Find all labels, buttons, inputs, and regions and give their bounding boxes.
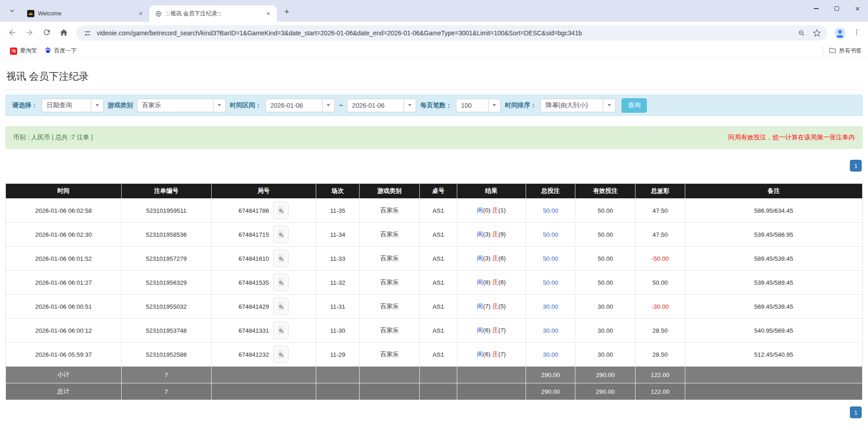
tab-close-icon[interactable]: ×: [137, 10, 145, 18]
tab-close-icon[interactable]: ×: [264, 10, 272, 18]
result-player-score: (6): [483, 351, 492, 358]
bookmark-star-icon[interactable]: [811, 27, 823, 39]
window-close-button[interactable]: ✕: [847, 0, 868, 17]
query-mode-select[interactable]: 日期查询: [42, 99, 104, 112]
total-bet-link[interactable]: 50.00: [543, 207, 558, 214]
search-button[interactable]: 查询: [621, 98, 647, 113]
cell-payout: 122.00: [636, 367, 685, 383]
address-bar[interactable]: videoie.com/game/betrecord_search/kind3?…: [76, 25, 827, 41]
tab-welcome[interactable]: Welcome ×: [22, 5, 149, 22]
cell-remark: [685, 383, 862, 400]
tab-title: :::视讯 会员下注纪录:::: [166, 10, 261, 18]
sort-value: 降幂(由大到小): [541, 101, 603, 110]
zoom-out-icon[interactable]: [796, 27, 807, 39]
video-replay-button[interactable]: [273, 322, 289, 339]
window-controls: ✕: [806, 0, 868, 17]
total-bet-link[interactable]: 50.00: [543, 255, 558, 262]
sort-label: 时间排序：: [505, 101, 536, 110]
pagination-bottom: 1: [5, 406, 862, 418]
cell-remark: 540.95/569.45: [685, 319, 862, 343]
window-maximize-button[interactable]: [826, 0, 847, 17]
url-text[interactable]: videoie.com/game/betrecord_search/kind3?…: [97, 29, 792, 37]
result-banker-label: 庄: [492, 255, 498, 262]
total-bet-link[interactable]: 30.00: [543, 303, 558, 310]
bookmarks-bar: 淘 爱淘宝 百度一下 所有书签: [0, 44, 868, 58]
bookmark-baidu[interactable]: 百度一下: [41, 45, 81, 57]
browser-menu-button[interactable]: [850, 26, 863, 40]
video-replay-button[interactable]: [273, 202, 289, 219]
cell-session: 11-34: [316, 223, 360, 247]
per-page-select[interactable]: 100: [456, 99, 501, 112]
cell-result: [457, 367, 526, 383]
browser-window: Welcome × :::视讯 会员下注纪录::: × + ✕: [0, 0, 868, 58]
result-banker-score: (6): [498, 279, 506, 286]
all-bookmarks-button[interactable]: 所有书签: [823, 47, 862, 56]
forward-arrow-icon: [25, 28, 34, 38]
result-player-label: 闲: [477, 279, 483, 286]
round-id-wrap: 674841429: [212, 298, 316, 315]
result-player-label: 闲: [477, 207, 483, 214]
total-bet-link[interactable]: 50.00: [543, 279, 558, 286]
dropdown-arrow-icon: [603, 99, 615, 112]
tab-search-button[interactable]: [5, 5, 19, 18]
cell-result: 闲(3) 庄(6): [457, 247, 526, 271]
cell-table-no: AS1: [419, 343, 457, 367]
reload-button[interactable]: [39, 25, 54, 41]
cell-game-type: 百家乐: [360, 295, 420, 319]
result-player-label: 闲: [477, 303, 483, 310]
back-button[interactable]: [5, 25, 20, 41]
video-replay-button[interactable]: [273, 226, 289, 243]
film-reel-icon: [277, 325, 285, 336]
chevron-down-icon: [9, 8, 15, 15]
cell-table-no: AS1: [419, 223, 457, 247]
cell-table-no: [419, 367, 457, 383]
game-kind-value: 百家乐: [138, 101, 213, 110]
bookmark-aitaobao[interactable]: 淘 爱淘宝: [6, 46, 41, 56]
film-reel-icon: [277, 301, 285, 312]
tab-betrecord[interactable]: :::视讯 会员下注纪录::: ×: [149, 5, 277, 22]
grand-total-row: 总计7290.00290.00122.00: [6, 383, 863, 400]
folder-icon: [829, 47, 836, 56]
table-row: 2026-01-06 06:02:58523101959511674841786…: [6, 199, 863, 223]
round-id-wrap: 674841232: [212, 346, 316, 363]
window-minimize-button[interactable]: [806, 0, 826, 17]
result-banker-label: 庄: [492, 231, 498, 238]
site-settings-tune-icon[interactable]: [81, 27, 93, 39]
date-separator: ~: [339, 101, 343, 110]
new-tab-button[interactable]: +: [280, 5, 293, 18]
page-title: 视讯 会员下注纪录: [6, 70, 863, 83]
date-start-select[interactable]: 2026-01-06: [266, 99, 335, 112]
video-replay-button[interactable]: [273, 250, 289, 267]
cell-game-type: 百家乐: [360, 319, 420, 343]
total-bet-link[interactable]: 30.00: [543, 327, 558, 334]
cell-summary-count: 7: [121, 383, 211, 400]
page-1-button[interactable]: 1: [850, 406, 862, 418]
game-kind-select[interactable]: 百家乐: [137, 99, 226, 112]
result-banker-score: (7): [498, 351, 506, 358]
forward-button[interactable]: [22, 25, 37, 41]
cell-session: [316, 367, 360, 383]
cell-time: 2026-01-06 06:00:51: [6, 295, 122, 319]
dropdown-arrow-icon: [91, 99, 103, 112]
result-player-score: (7): [483, 303, 492, 310]
cell-total-bet: 50.00: [526, 223, 575, 247]
table-row: 2026-01-06 05:59:37523101952588674841232…: [6, 343, 863, 367]
date-end-select[interactable]: 2026-01-06: [347, 99, 416, 112]
result-player-score: (3): [483, 255, 492, 262]
page-1-button[interactable]: 1: [850, 160, 862, 172]
dropdown-arrow-icon: [213, 99, 225, 112]
video-replay-button[interactable]: [273, 298, 289, 315]
cell-game-type: 百家乐: [360, 247, 420, 271]
film-reel-icon: [277, 349, 285, 360]
cell-time: 2026-01-06 06:01:52: [6, 247, 122, 271]
cell-result: 闲(3) 庄(9): [457, 223, 526, 247]
profile-avatar[interactable]: [833, 26, 847, 40]
video-replay-button[interactable]: [273, 274, 289, 291]
total-bet-link[interactable]: 30.00: [543, 351, 558, 358]
home-button[interactable]: [56, 25, 71, 41]
video-replay-button[interactable]: [273, 346, 289, 363]
column-header-2: 局号: [211, 184, 316, 199]
date-range-label: 时间区间：: [230, 101, 261, 110]
sort-select[interactable]: 降幂(由大到小): [541, 99, 616, 112]
total-bet-link[interactable]: 50.00: [543, 231, 558, 238]
